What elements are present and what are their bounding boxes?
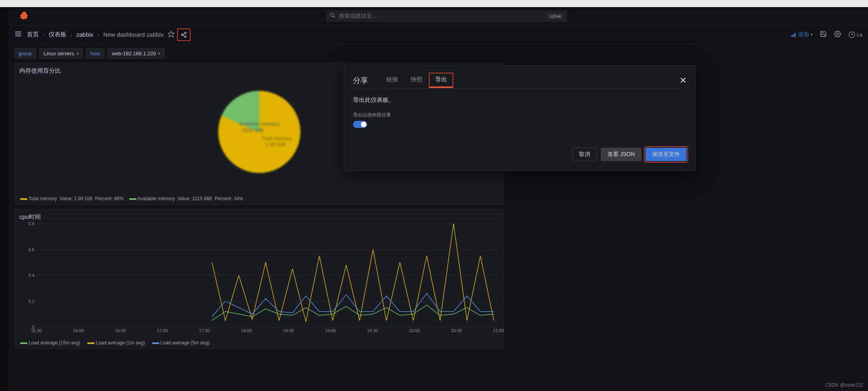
global-search[interactable]: 搜索或跳转至... ctrl+k (326, 10, 567, 22)
cancel-button[interactable]: 取消 (572, 148, 597, 161)
time-label: La (857, 32, 862, 38)
var-group-value: Linux servers (43, 51, 74, 56)
menu-icon[interactable] (14, 30, 22, 39)
gear-icon[interactable] (834, 30, 841, 39)
chevron-down-icon: ▾ (811, 32, 813, 37)
x-tick: 18:30 (283, 328, 294, 333)
tab-link[interactable]: 链接 (380, 73, 404, 88)
svg-line-10 (183, 35, 185, 36)
var-group-select[interactable]: Linux servers ▾ (39, 48, 83, 59)
svg-rect-12 (793, 34, 794, 37)
x-tick: 16:00 (73, 328, 84, 333)
x-tick: 17:30 (199, 328, 210, 333)
x-tick: 20:30 (451, 328, 462, 333)
legend-item[interactable]: Total memory Value: 1.90 GiB Percent: 66… (20, 196, 124, 201)
pie-legend: Total memory Value: 1.90 GiB Percent: 66… (20, 196, 243, 201)
add-button[interactable]: 添加 ▾ (791, 31, 813, 38)
line-chart (36, 224, 498, 327)
clock-icon[interactable]: La (848, 31, 862, 38)
save-file-button[interactable]: 保存至文件 (645, 148, 687, 161)
legend-item[interactable]: Load average (15m avg) (20, 340, 80, 346)
close-icon[interactable]: ✕ (679, 75, 687, 86)
save-icon[interactable] (820, 30, 827, 39)
svg-marker-5 (168, 31, 174, 37)
slice-value: 1015 MiB (242, 127, 264, 133)
svg-rect-11 (791, 35, 793, 37)
toggle-knob (361, 122, 366, 127)
legend-item[interactable]: Load average (1m avg) (87, 340, 145, 346)
var-group-label: group (14, 48, 36, 59)
x-tick: 19:30 (367, 328, 378, 333)
x-tick: 21:00 (493, 328, 504, 333)
y-tick: 0.8 (28, 221, 34, 226)
slice-value: 1.90 GiB (266, 141, 286, 147)
template-variables: group Linux servers ▾ host web-192.168.1… (9, 44, 868, 63)
line-legend: Load average (15m avg) Load average (1m … (20, 340, 209, 346)
svg-point-6 (185, 32, 186, 34)
tab-snapshot[interactable]: 快照 (404, 73, 429, 88)
pie-chart: Available memory 1015 MiB Total memory 1… (208, 81, 311, 183)
modal-title: 分享 (353, 75, 368, 86)
kbd-hint: ctrl+k (548, 13, 563, 19)
y-tick: 0.6 (28, 247, 34, 252)
external-share-toggle[interactable] (353, 121, 367, 128)
x-tick: 15:30 (31, 328, 42, 333)
var-host-value: web-192.168.1.220 (112, 51, 156, 56)
svg-line-9 (183, 33, 185, 34)
global-topbar: 搜索或跳转至... ctrl+k (9, 7, 868, 25)
share-button[interactable] (177, 28, 191, 41)
legend-item[interactable]: Available memory Value: 1015 MiB Percent… (129, 196, 243, 201)
var-host-label: host (86, 48, 105, 59)
svg-point-14 (836, 33, 838, 35)
svg-rect-13 (794, 33, 796, 37)
svg-point-8 (185, 36, 186, 37)
y-axis: 00.20.40.60.8 (20, 224, 34, 327)
x-axis: 15:3016:0016:3017:0017:3018:0018:3019:00… (36, 328, 498, 335)
browser-chrome-strip (0, 0, 868, 7)
y-tick: 0.2 (28, 299, 34, 304)
watermark: CSDN @inner222 (825, 382, 863, 388)
toggle-label: 导出以供外部分享 (353, 112, 687, 118)
slice-label: Total memory (261, 135, 292, 141)
grafana-logo-icon[interactable] (19, 11, 30, 22)
svg-line-1 (334, 16, 335, 18)
breadcrumb-home[interactable]: 首页 (27, 31, 39, 38)
star-icon[interactable] (168, 30, 175, 39)
x-tick: 17:00 (157, 328, 168, 333)
nav-row: 首页 › 仪表板 › zabbix › New dashboard zabbix… (9, 25, 868, 44)
var-host-select[interactable]: web-192.168.1.220 ▾ (108, 48, 164, 59)
search-placeholder: 搜索或跳转至... (339, 13, 548, 20)
svg-point-7 (181, 34, 183, 36)
slice-label: Available memory (239, 121, 280, 127)
breadcrumb: 首页 › 仪表板 › zabbix › New dashboard zabbix (27, 31, 164, 38)
share-modal: 分享 链接 快照 导出 ✕ 导出此仪表板。 导出以供外部分享 取消 查看 JSO… (344, 65, 696, 171)
chevron-right-icon: › (43, 31, 45, 38)
chevron-down-icon: ▾ (158, 51, 160, 56)
x-tick: 18:00 (241, 328, 252, 333)
legend-item[interactable]: Load average (5m avg) (152, 340, 209, 346)
svg-point-0 (331, 13, 334, 17)
left-rail (0, 7, 9, 391)
search-icon (330, 13, 336, 19)
cpu-line-panel: cpu时间 00.20.40.60.8 15:3016:0016:3017:00… (14, 209, 504, 349)
y-tick: 0.4 (28, 273, 34, 278)
x-tick: 20:00 (409, 328, 420, 333)
breadcrumb-folder[interactable]: zabbix (76, 31, 93, 38)
panel-title: cpu时间 (15, 209, 504, 225)
x-tick: 19:00 (325, 328, 336, 333)
add-label: 添加 (798, 31, 809, 38)
chevron-down-icon: ▾ (77, 51, 79, 56)
tab-export[interactable]: 导出 (429, 73, 453, 88)
breadcrumb-dashboards[interactable]: 仪表板 (49, 31, 66, 38)
modal-description: 导出此仪表板。 (353, 96, 687, 104)
chevron-right-icon: › (97, 31, 99, 38)
view-json-button[interactable]: 查看 JSON (601, 148, 642, 161)
chevron-right-icon: › (70, 31, 72, 38)
breadcrumb-current: New dashboard zabbix (103, 31, 164, 38)
x-tick: 16:30 (115, 328, 126, 333)
